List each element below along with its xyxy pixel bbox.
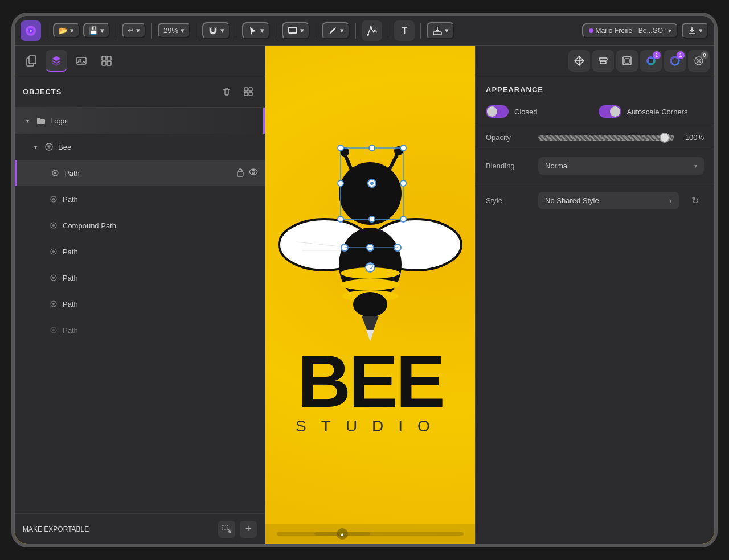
svg-point-77 — [649, 59, 653, 63]
file-chevron-icon: ▾ — [70, 26, 74, 35]
save-dropdown[interactable]: 💾 ▾ — [83, 23, 110, 38]
shape-dropdown[interactable]: ▾ — [282, 22, 310, 39]
file-dropdown[interactable]: 📂 ▾ — [53, 23, 80, 38]
path4-layer-name: Path — [63, 274, 258, 282]
panel-icon-row — [15, 46, 265, 76]
file-icon: 📂 — [59, 26, 68, 35]
undo-dropdown[interactable]: ↩ ▾ — [122, 23, 146, 38]
app-logo-button[interactable] — [21, 20, 41, 41]
svg-point-57 — [400, 145, 406, 151]
fill-color-button[interactable]: 1 — [640, 50, 662, 72]
components-panel-button[interactable] — [96, 50, 117, 72]
layer-item-compound[interactable]: Compound Path — [15, 212, 265, 238]
images-panel-button[interactable] — [71, 50, 92, 72]
right-panel-icon-row: 1 1 — [476, 46, 714, 76]
svg-rect-71 — [599, 58, 607, 60]
undo-icon: ↩ — [128, 26, 134, 35]
add-export-button[interactable]: + — [240, 521, 257, 538]
layer-item-path1[interactable]: Path — [15, 160, 265, 186]
path1-anchor-icon — [50, 167, 61, 179]
svg-point-2 — [30, 30, 32, 32]
delete-layer-button[interactable] — [218, 83, 235, 100]
text-tool-button[interactable]: T — [394, 20, 415, 41]
svg-point-23 — [54, 172, 56, 174]
layer-item-logo[interactable]: ▾ Logo — [15, 108, 265, 134]
pen-dropdown[interactable]: ▾ — [322, 22, 350, 39]
scrollbar-track[interactable]: ▲ — [277, 532, 464, 536]
style-select[interactable]: No Shared Style ▾ — [538, 192, 679, 209]
import-dropdown[interactable]: ▾ — [427, 22, 454, 39]
user-dropdown[interactable]: Mário Freire - Be...GO° ▾ — [582, 23, 679, 38]
footer-actions: + — [218, 521, 257, 538]
path6-layer-name: Path — [63, 326, 258, 335]
layer-item-path4[interactable]: Path — [15, 265, 265, 291]
path1-lock-icon[interactable] — [236, 168, 244, 179]
svg-point-44 — [339, 162, 402, 225]
export-icon — [687, 26, 697, 35]
style-row: Style No Shared Style ▾ ↻ — [476, 186, 714, 215]
fill-badge: 1 — [653, 51, 661, 59]
layers-panel-button[interactable] — [46, 50, 67, 72]
svg-point-31 — [52, 250, 55, 253]
node-icon — [367, 26, 377, 36]
layers-icon — [51, 55, 62, 66]
path5-anchor-icon — [48, 298, 59, 310]
node-tool-button[interactable] — [362, 20, 382, 41]
path2-layer-name: Path — [63, 195, 258, 204]
main-area: OBJECTS — [15, 46, 714, 544]
layer-item-path6[interactable]: Path — [15, 317, 265, 343]
arrange-layers-button[interactable] — [240, 83, 257, 100]
toolbar-separator-7 — [316, 23, 316, 39]
svg-point-33 — [52, 277, 55, 279]
stroke-badge: 1 — [677, 51, 685, 59]
svg-rect-17 — [244, 88, 248, 91]
magnet-dropdown[interactable]: ▾ — [202, 22, 230, 39]
zoom-dropdown[interactable]: 29% ▾ — [158, 23, 190, 38]
components-icon — [101, 55, 112, 67]
select-dropdown[interactable]: ▾ — [242, 22, 270, 39]
svg-rect-20 — [249, 92, 252, 96]
closed-toggle[interactable] — [486, 105, 509, 118]
move-tool-button[interactable] — [568, 50, 590, 72]
user-name-label: Mário Freire - Be...GO° — [596, 27, 666, 35]
user-online-indicator — [589, 28, 593, 33]
toolbar-separator-5 — [236, 23, 236, 39]
layer-item-path2[interactable]: Path — [15, 186, 265, 212]
svg-rect-38 — [222, 525, 228, 530]
scrollbar-thumb[interactable]: ▲ — [314, 532, 370, 536]
magnet-chevron-icon: ▾ — [220, 26, 224, 35]
canvas-scrollbar[interactable]: ▲ — [265, 524, 475, 544]
save-icon: 💾 — [89, 26, 98, 35]
path5-layer-name: Path — [63, 300, 258, 308]
svg-rect-8 — [433, 32, 441, 35]
copy-panel-button[interactable] — [21, 50, 42, 72]
svg-point-29 — [52, 224, 55, 227]
divider-3 — [476, 183, 714, 183]
effects-badge: 0 — [701, 51, 708, 59]
export-selection-button[interactable] — [218, 521, 235, 538]
export-dropdown[interactable]: ▾ — [682, 23, 708, 39]
closed-toggle-group: Closed — [486, 105, 592, 118]
layer-item-path3[interactable]: Path — [15, 238, 265, 265]
opacity-value: 100% — [681, 133, 704, 142]
autoscale-toggle[interactable] — [599, 105, 621, 118]
opacity-label: Opacity — [486, 133, 531, 142]
svg-point-55 — [338, 145, 343, 151]
blending-select[interactable]: Normal ▾ — [538, 157, 704, 175]
align-tool-button[interactable] — [592, 50, 614, 72]
transform-tool-button[interactable] — [616, 50, 638, 72]
path1-visibility-icon[interactable] — [249, 168, 258, 179]
compound-anchor-icon — [48, 220, 59, 231]
effects-button[interactable]: 0 — [688, 50, 710, 72]
bee-chevron-icon[interactable]: ▾ — [31, 142, 40, 151]
logo-chevron-icon[interactable]: ▾ — [23, 116, 32, 125]
svg-rect-13 — [102, 56, 106, 60]
stroke-color-button[interactable]: 1 — [664, 50, 686, 72]
layer-item-path5[interactable]: Path — [15, 291, 265, 317]
opacity-slider[interactable] — [538, 135, 674, 141]
compound-layer-name: Compound Path — [63, 221, 258, 230]
path6-anchor-icon — [48, 324, 59, 336]
svg-rect-73 — [623, 57, 631, 65]
style-refresh-button[interactable]: ↻ — [686, 191, 704, 209]
layer-item-bee[interactable]: ▾ Bee — [15, 134, 265, 160]
